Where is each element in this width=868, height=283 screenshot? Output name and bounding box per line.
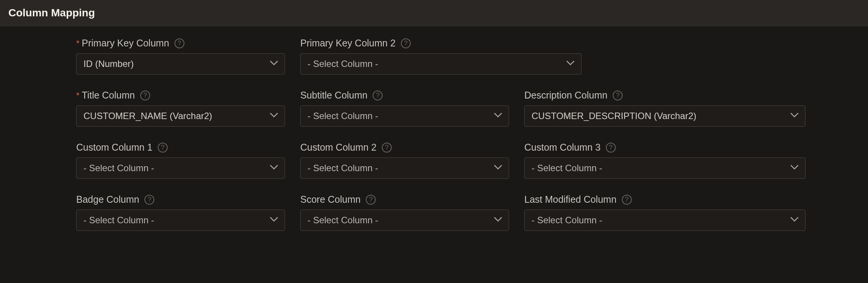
field-label: Description Column bbox=[524, 90, 607, 101]
select-wrapper: - Select Column - bbox=[76, 157, 285, 179]
primary-key-2-select[interactable]: - Select Column - bbox=[300, 53, 581, 75]
form-row: Badge Column ? - Select Column - Score C… bbox=[76, 194, 792, 231]
select-wrapper: CUSTOMER_NAME (Varchar2) bbox=[76, 105, 285, 127]
field-label: Custom Column 1 bbox=[76, 142, 152, 153]
label-row: * Title Column ? bbox=[76, 90, 285, 101]
label-row: Primary Key Column 2 ? bbox=[300, 38, 581, 49]
help-icon[interactable]: ? bbox=[366, 195, 376, 205]
field-label: Primary Key Column 2 bbox=[300, 38, 396, 49]
badge-column-field: Badge Column ? - Select Column - bbox=[76, 194, 285, 231]
required-indicator: * bbox=[76, 91, 80, 100]
subtitle-column-select[interactable]: - Select Column - bbox=[300, 105, 509, 127]
help-icon[interactable]: ? bbox=[622, 195, 632, 205]
title-column-field: * Title Column ? CUSTOMER_NAME (Varchar2… bbox=[76, 90, 285, 127]
field-label: Custom Column 2 bbox=[300, 142, 376, 153]
section-title: Column Mapping bbox=[8, 7, 860, 19]
custom-column-2-field: Custom Column 2 ? - Select Column - bbox=[300, 142, 509, 179]
help-icon[interactable]: ? bbox=[175, 38, 184, 48]
field-label: Primary Key Column bbox=[82, 38, 169, 49]
custom-column-1-select[interactable]: - Select Column - bbox=[76, 157, 285, 179]
custom-column-3-field: Custom Column 3 ? - Select Column - bbox=[524, 142, 806, 179]
select-wrapper: ID (Number) bbox=[76, 53, 285, 75]
last-modified-column-field: Last Modified Column ? - Select Column - bbox=[524, 194, 806, 231]
help-icon[interactable]: ? bbox=[373, 91, 383, 100]
custom-column-3-select[interactable]: - Select Column - bbox=[524, 157, 806, 179]
title-column-select[interactable]: CUSTOMER_NAME (Varchar2) bbox=[76, 105, 285, 127]
field-label: Custom Column 3 bbox=[524, 142, 601, 153]
help-icon[interactable]: ? bbox=[140, 91, 150, 100]
field-label: Title Column bbox=[82, 90, 135, 101]
primary-key-field: * Primary Key Column ? ID (Number) bbox=[76, 38, 285, 75]
label-row: Subtitle Column ? bbox=[300, 90, 509, 101]
custom-column-2-select[interactable]: - Select Column - bbox=[300, 157, 509, 179]
select-wrapper: - Select Column - bbox=[76, 210, 285, 231]
required-indicator: * bbox=[76, 39, 80, 48]
label-row: Custom Column 1 ? bbox=[76, 142, 285, 153]
primary-key-select[interactable]: ID (Number) bbox=[76, 53, 285, 75]
field-label: Badge Column bbox=[76, 194, 139, 205]
description-column-select[interactable]: CUSTOMER_DESCRIPTION (Varchar2) bbox=[524, 105, 806, 127]
label-row: * Primary Key Column ? bbox=[76, 38, 285, 49]
form-row: * Primary Key Column ? ID (Number) Prima… bbox=[76, 38, 792, 75]
label-row: Description Column ? bbox=[524, 90, 806, 101]
help-icon[interactable]: ? bbox=[382, 143, 392, 153]
last-modified-column-select[interactable]: - Select Column - bbox=[524, 210, 806, 231]
field-label: Score Column bbox=[300, 194, 360, 205]
select-wrapper: - Select Column - bbox=[300, 105, 509, 127]
label-row: Custom Column 2 ? bbox=[300, 142, 509, 153]
help-icon[interactable]: ? bbox=[613, 91, 623, 100]
field-label: Subtitle Column bbox=[300, 90, 367, 101]
help-icon[interactable]: ? bbox=[401, 38, 411, 48]
select-wrapper: - Select Column - bbox=[300, 53, 581, 75]
section-header: Column Mapping bbox=[0, 0, 868, 26]
field-label: Last Modified Column bbox=[524, 194, 617, 205]
form-content: * Primary Key Column ? ID (Number) Prima… bbox=[0, 26, 868, 258]
form-row: Custom Column 1 ? - Select Column - Cust… bbox=[76, 142, 792, 179]
score-column-field: Score Column ? - Select Column - bbox=[300, 194, 509, 231]
label-row: Custom Column 3 ? bbox=[524, 142, 806, 153]
label-row: Badge Column ? bbox=[76, 194, 285, 205]
custom-column-1-field: Custom Column 1 ? - Select Column - bbox=[76, 142, 285, 179]
score-column-select[interactable]: - Select Column - bbox=[300, 210, 509, 231]
select-wrapper: - Select Column - bbox=[300, 157, 509, 179]
select-wrapper: - Select Column - bbox=[300, 210, 509, 231]
badge-column-select[interactable]: - Select Column - bbox=[76, 210, 285, 231]
subtitle-column-field: Subtitle Column ? - Select Column - bbox=[300, 90, 509, 127]
label-row: Last Modified Column ? bbox=[524, 194, 806, 205]
primary-key-2-field: Primary Key Column 2 ? - Select Column - bbox=[300, 38, 581, 75]
select-wrapper: - Select Column - bbox=[524, 157, 806, 179]
help-icon[interactable]: ? bbox=[144, 195, 154, 205]
help-icon[interactable]: ? bbox=[606, 143, 616, 153]
form-row: * Title Column ? CUSTOMER_NAME (Varchar2… bbox=[76, 90, 792, 127]
select-wrapper: - Select Column - bbox=[524, 210, 806, 231]
help-icon[interactable]: ? bbox=[158, 143, 168, 153]
description-column-field: Description Column ? CUSTOMER_DESCRIPTIO… bbox=[524, 90, 806, 127]
label-row: Score Column ? bbox=[300, 194, 509, 205]
select-wrapper: CUSTOMER_DESCRIPTION (Varchar2) bbox=[524, 105, 806, 127]
